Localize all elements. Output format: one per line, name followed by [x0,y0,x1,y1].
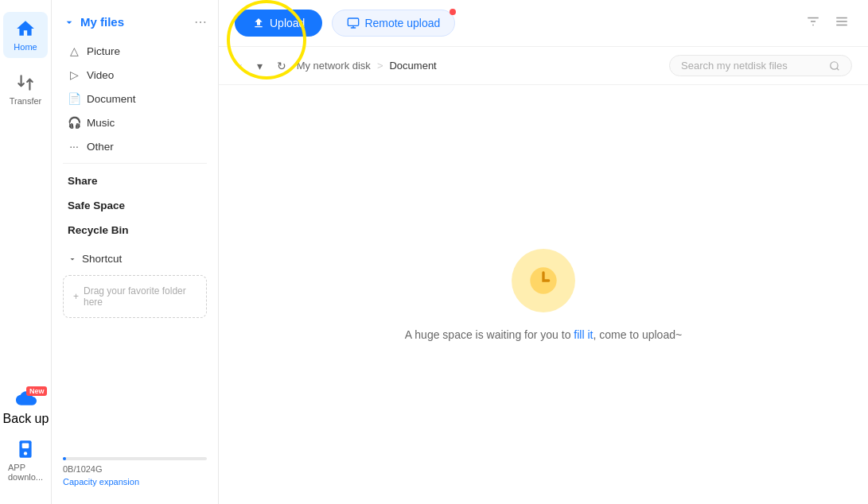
upload-icon [252,17,265,29]
sidebar-item-backup[interactable]: New Back up [0,382,52,432]
plus-icon: + [73,291,79,302]
sidebar-title: My files [63,15,124,29]
menu-button[interactable] [831,11,852,36]
empty-state-message: A huge space is waiting for you to fill … [405,328,682,341]
sidebar-item-app-download[interactable]: APP downlo... [3,432,48,488]
fill-it-link[interactable]: fill it [574,328,593,341]
upload-button[interactable]: Upload [235,10,322,37]
remote-upload-icon [347,17,360,29]
remote-upload-button[interactable]: Remote upload [332,10,455,37]
icon-sidebar: Home Transfer New Back up APP downlo... [0,0,52,504]
sidebar-item-transfer[interactable]: Transfer [3,66,48,112]
sidebar-menu-icon[interactable]: ⋯ [194,14,207,29]
divider-1 [63,163,207,164]
drag-drop-zone[interactable]: + Drag your favorite folder here [63,275,207,318]
shortcut-chevron-icon [68,254,77,264]
storage-bar-background [63,457,207,460]
new-badge: New [26,386,48,396]
clock-icon [527,265,559,297]
svg-line-11 [837,68,839,70]
search-input[interactable] [681,60,824,72]
breadcrumb-search [669,55,852,76]
nav-item-picture[interactable]: △ Picture [52,39,218,63]
nav-item-share[interactable]: Share [52,169,218,193]
file-sidebar: My files ⋯ △ Picture ▷ Video 📄 Document … [52,0,219,504]
other-icon: ··· [68,140,80,153]
breadcrumb-dropdown-button[interactable]: ▾ [253,57,267,75]
backup-label: Back up [3,412,49,426]
breadcrumb-root[interactable]: My network disk [297,60,371,72]
svg-point-2 [24,452,27,455]
nav-item-other[interactable]: ··· Other [52,134,218,158]
nav-item-video[interactable]: ▷ Video [52,63,218,87]
hamburger-icon [835,14,849,29]
nav-item-music[interactable]: 🎧 Music [52,110,218,134]
filter-icon [806,14,820,29]
document-icon: 📄 [68,92,80,105]
shortcut-header[interactable]: Shortcut [52,247,218,270]
toolbar-right [803,11,852,36]
transfer-icon [15,72,36,93]
empty-state: A huge space is waiting for you to fill … [219,85,868,504]
sidebar-footer: 0B/1024G Capacity expansion [52,449,218,496]
sidebar-item-home[interactable]: Home [3,12,48,58]
breadcrumb-back-button[interactable]: ‹ [235,57,247,75]
empty-state-icon [512,249,575,312]
video-icon: ▷ [68,68,80,81]
home-icon [15,18,36,39]
storage-bar-fill [63,457,66,460]
app-download-icon [15,439,36,459]
svg-rect-1 [22,443,29,448]
transfer-label: Transfer [10,96,42,106]
shortcut-section: Shortcut + Drag your favorite folder her… [52,242,218,328]
svg-point-10 [831,61,838,68]
breadcrumb-refresh-button[interactable]: ↻ [273,57,290,75]
filter-button[interactable] [803,11,823,36]
toolbar: Upload Remote upload [219,0,868,47]
breadcrumb-bar: ‹ ▾ ↻ My network disk > Document [219,47,868,85]
remote-notification-dot [450,9,456,15]
breadcrumb-current: Document [389,60,436,72]
chevron-down-icon [63,16,76,29]
app-download-label: APP downlo... [8,463,43,482]
sidebar-header: My files ⋯ [52,8,218,36]
breadcrumb-separator: > [377,60,383,72]
svg-rect-3 [348,18,359,25]
nav-item-recycle-bin[interactable]: Recycle Bin [52,218,218,242]
music-icon: 🎧 [68,116,80,129]
main-content: Upload Remote upload [219,0,868,504]
nav-item-document[interactable]: 📄 Document [52,87,218,110]
nav-item-safe-space[interactable]: Safe Space [52,193,218,218]
search-icon[interactable] [829,60,840,72]
picture-icon: △ [68,45,80,57]
upload-button-wrapper: Upload [235,10,322,37]
storage-text: 0B/1024G [63,464,207,474]
home-label: Home [14,42,37,52]
capacity-expansion-link[interactable]: Capacity expansion [63,477,139,487]
